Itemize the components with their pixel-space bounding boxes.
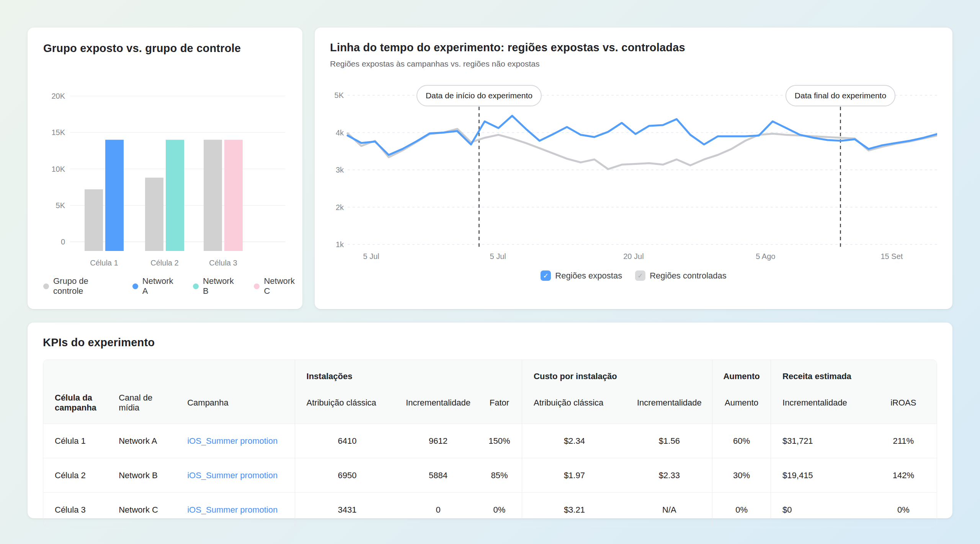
- exposed-checkbox[interactable]: ✓: [541, 270, 551, 281]
- col-header-installs-incr: Incrementalidade: [399, 388, 477, 424]
- annotation-pill: Data de início do experimento: [417, 85, 541, 106]
- legend-item-network-a: Network A: [132, 276, 180, 296]
- kpi-channel: Network C: [107, 493, 176, 527]
- kpi-iroas: 0%: [870, 493, 937, 527]
- y-tick-label: 20K: [51, 92, 65, 100]
- kpi-installs_incr: 9612: [399, 424, 477, 458]
- x-category-label: Célula 2: [150, 259, 178, 267]
- kpi-cpi_classic: $2.34: [522, 424, 627, 458]
- line-card-subtitle: Regiões expostas às campanhas vs. regiõe…: [330, 59, 937, 68]
- line-series-Regiões controladas: [348, 129, 937, 169]
- kpi-campaign: iOS_Summer promotion: [176, 493, 295, 527]
- y-tick-label: 15K: [51, 128, 65, 137]
- network-b-color-dot: [193, 283, 199, 289]
- dashboard-page: { "bar_card": { "title": "Grupo exposto …: [0, 0, 980, 544]
- kpi-lift: 30%: [712, 458, 771, 493]
- kpi-iroas: 211%: [870, 424, 937, 458]
- col-header-factor: Fator: [477, 388, 522, 424]
- svg-text:Data final do experimento: Data final do experimento: [795, 91, 886, 100]
- kpi-channel: Network B: [107, 458, 176, 493]
- kpi-channel: Network A: [107, 424, 176, 458]
- kpi-cpi_incr: N/A: [627, 493, 712, 527]
- experiment-timeline-line-chart: 5K4k3k2k1k5 Jul5 Jul20 Jul5 Ago15 SetDat…: [330, 76, 937, 267]
- network-c-color-dot: [254, 283, 260, 289]
- control-color-dot: [43, 283, 49, 289]
- line-series-Regiões expostas: [348, 116, 937, 155]
- kpi-group-header-row: Instalações Custo por instalação Aumento…: [43, 360, 937, 388]
- kpi-cell: Célula 1: [43, 424, 107, 458]
- x-tick-label: 5 Ago: [756, 252, 775, 261]
- x-tick-label: 5 Jul: [490, 252, 506, 261]
- col-header-campaign: Campanha: [176, 388, 295, 424]
- kpi-campaign: iOS_Summer promotion: [176, 424, 295, 458]
- kpi-installs_incr: 0: [399, 493, 477, 527]
- kpi-lift: 0%: [712, 493, 771, 527]
- legend-item-network-b: Network B: [193, 276, 241, 296]
- line-chart-legend: ✓ Regiões expostas ✓ Regiões controladas: [330, 270, 937, 281]
- col-header-rev-incr: Incrementalidade: [771, 388, 870, 424]
- col-header-cpi-incr: Incrementalidade: [627, 388, 712, 424]
- kpi-rev_incr: $31,721: [771, 424, 870, 458]
- bar-Network B[interactable]: [166, 140, 184, 251]
- x-tick-label: 15 Set: [881, 252, 903, 261]
- kpi-installs_classic: 3431: [295, 493, 399, 527]
- bar-Grupo de controle[interactable]: [204, 140, 222, 251]
- legend-item-exposed[interactable]: ✓ Regiões expostas: [541, 270, 622, 281]
- col-header-cpi-classic: Atribuição clássica: [522, 388, 627, 424]
- campaign-link[interactable]: iOS_Summer promotion: [187, 471, 278, 480]
- y-tick-label: 0: [61, 238, 65, 246]
- svg-text:Data de início do experimento: Data de início do experimento: [426, 91, 532, 100]
- group-header-blank: [43, 360, 295, 388]
- kpi-factor: 85%: [477, 458, 522, 493]
- bar-Network A[interactable]: [105, 140, 124, 251]
- col-header-iroas: iROAS: [870, 388, 937, 424]
- kpi-cpi_incr: $1.56: [627, 424, 712, 458]
- campaign-link[interactable]: iOS_Summer promotion: [187, 505, 278, 515]
- annotation-pill: Data final do experimento: [786, 85, 895, 106]
- network-a-color-dot: [132, 283, 138, 289]
- kpi-card-title: KPIs do experimento: [43, 336, 937, 349]
- bar-chart-legend: Grupo de controle Network A Network B Ne…: [43, 276, 302, 296]
- kpi-campaign: iOS_Summer promotion: [176, 458, 295, 493]
- legend-label: Grupo de controle: [53, 276, 119, 296]
- kpi-rev_incr: $19,415: [771, 458, 870, 493]
- legend-label: Network B: [203, 276, 241, 296]
- kpi-rev_incr: $0: [771, 493, 870, 527]
- bar-card-title: Grupo exposto vs. grupo de controle: [43, 42, 287, 55]
- bar-Grupo de controle[interactable]: [145, 178, 163, 251]
- kpi-table-header: Instalações Custo por instalação Aumento…: [43, 360, 937, 424]
- kpi-column-header-row: Célula da campanha Canal de mídia Campan…: [43, 388, 937, 424]
- controlled-checkbox[interactable]: ✓: [635, 270, 645, 281]
- x-tick-label: 5 Jul: [363, 252, 379, 261]
- kpi-table-row: Célula 1Network AiOS_Summer promotion641…: [43, 424, 937, 458]
- col-header-installs-classic: Atribuição clássica: [295, 388, 399, 424]
- x-category-label: Célula 1: [90, 259, 118, 267]
- kpi-table-row: Célula 2Network BiOS_Summer promotion695…: [43, 458, 937, 493]
- kpi-cpi_classic: $3.21: [522, 493, 627, 527]
- kpi-factor: 150%: [477, 424, 522, 458]
- legend-label: Network A: [142, 276, 180, 296]
- group-header-cpi: Custo por instalação: [522, 360, 712, 388]
- legend-item-network-c: Network C: [254, 276, 302, 296]
- campaign-link[interactable]: iOS_Summer promotion: [187, 436, 278, 446]
- kpi-cell: Célula 3: [43, 493, 107, 527]
- bar-Grupo de controle[interactable]: [85, 189, 103, 251]
- legend-label: Network C: [264, 276, 302, 296]
- kpi-cpi_incr: $2.33: [627, 458, 712, 493]
- legend-item-control: Grupo de controle: [43, 276, 119, 296]
- col-header-channel: Canal de mídia: [107, 388, 176, 424]
- y-tick-label: 10K: [51, 165, 65, 173]
- group-header-lift: Aumento: [712, 360, 771, 388]
- kpi-lift: 60%: [712, 424, 771, 458]
- kpi-factor: 0%: [477, 493, 522, 527]
- col-header-cell: Célula da campanha: [43, 388, 107, 424]
- x-tick-label: 20 Jul: [623, 252, 644, 261]
- y-tick-label: 5K: [335, 91, 344, 99]
- group-header-installs: Instalações: [295, 360, 522, 388]
- legend-item-controlled[interactable]: ✓ Regiões controladas: [635, 270, 727, 281]
- line-card-title: Linha do tempo do experimento: regiões e…: [330, 41, 937, 54]
- bar-Network C[interactable]: [224, 140, 243, 251]
- legend-label: Regiões expostas: [555, 271, 622, 281]
- experiment-timeline-card: Linha do tempo do experimento: regiões e…: [315, 28, 952, 309]
- kpi-installs_incr: 5884: [399, 458, 477, 493]
